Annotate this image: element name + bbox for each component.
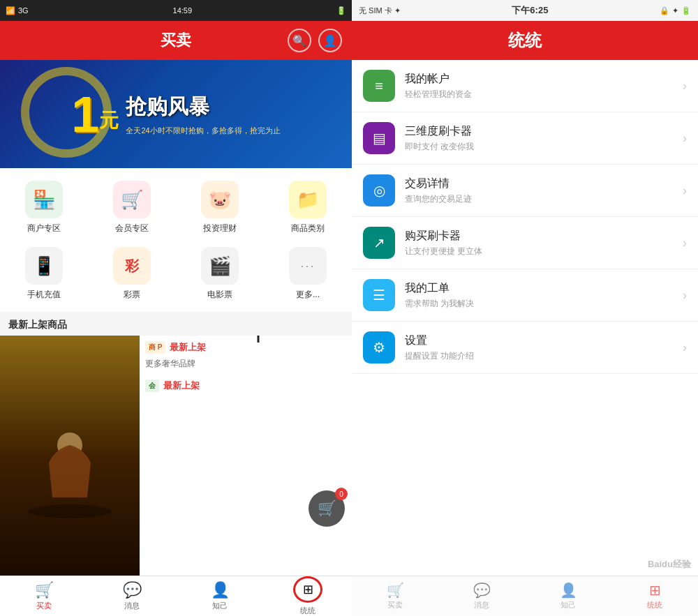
my-account-text: 我的帐户 轻松管理我的资金 xyxy=(405,72,683,100)
invest-icon-box: 🐷 xyxy=(201,181,239,218)
right-profile-nav-icon: 👤 xyxy=(560,582,577,599)
movie-icon-box: 🎬 xyxy=(201,247,239,285)
battery-icon-right: 🔋 xyxy=(681,6,691,15)
banner[interactable]: 1 元 抢购风暴 全天24小时不限时抢购，多抢多得，抢完为止 xyxy=(0,60,352,168)
nav-item-buy[interactable]: 🛒 买卖 xyxy=(0,576,88,616)
settings-text: 设置 提醒设置 功能介绍 xyxy=(405,333,683,362)
message-nav-icon: 💬 xyxy=(123,581,142,599)
product-sidebar: 商 P 最新上架 更多奢华品牌 会 最新上架 xyxy=(140,336,352,576)
right-nav-item-profile[interactable]: 👤 知己 xyxy=(525,576,611,616)
menu-item-card-reader-3d[interactable]: ▤ 三维度刷卡器 即时支付 改变你我 › xyxy=(352,112,698,165)
settings-icon-box: ⚙ xyxy=(363,331,395,363)
left-bottom-nav: 🛒 买卖 💬 消息 👤 知己 ⊞ 统统 xyxy=(0,576,352,616)
profile-icon: 👤 xyxy=(323,34,337,47)
right-message-nav-label: 消息 xyxy=(474,600,489,610)
network-icon: 📶 xyxy=(6,6,15,15)
buy-card-reader-icon-box: ↗ xyxy=(363,227,395,259)
settings-arrow: › xyxy=(683,340,687,355)
profile-button[interactable]: 👤 xyxy=(318,29,342,52)
nav-item-profile[interactable]: 👤 知己 xyxy=(176,576,264,616)
buy-card-reader-title: 购买刷卡器 xyxy=(405,229,683,243)
menu-item-my-workorder[interactable]: ☰ 我的工单 需求帮助 为我解决 › xyxy=(352,269,698,322)
transaction-detail-icon: ◎ xyxy=(373,182,385,199)
menu-item-settings[interactable]: ⚙ 设置 提醒设置 功能介绍 › xyxy=(352,322,698,374)
product-tag-1: 商 P 最新上架 xyxy=(145,341,346,354)
card-reader-3d-icon: ▤ xyxy=(373,130,386,147)
grid-item-more[interactable]: ··· 更多... xyxy=(264,240,352,306)
right-buy-nav-label: 买卖 xyxy=(387,600,403,610)
left-header-icons: 🔍 👤 xyxy=(288,29,342,52)
settings-icon: ⚙ xyxy=(373,339,385,356)
buy-card-reader-icon: ↗ xyxy=(373,234,385,251)
banner-title: 抢购风暴 xyxy=(126,93,209,121)
member-label: 会员专区 xyxy=(115,223,149,234)
profile-nav-icon: 👤 xyxy=(211,581,230,599)
search-button[interactable]: 🔍 xyxy=(288,29,311,52)
my-workorder-title: 我的工单 xyxy=(405,281,683,296)
right-all-nav-icon: ⊞ xyxy=(649,582,661,599)
my-account-icon-box: ≡ xyxy=(363,70,395,102)
buy-card-reader-arrow: › xyxy=(683,236,687,250)
search-icon: 🔍 xyxy=(292,34,306,47)
product-image xyxy=(0,336,140,576)
nav-item-all[interactable]: ⊞ 统统 xyxy=(264,576,352,616)
right-bottom-nav: 🛒 买卖 💬 消息 👤 知己 ⊞ 统统 xyxy=(352,576,698,616)
svg-point-0 xyxy=(28,504,112,518)
grid-item-movie[interactable]: 🎬 电影票 xyxy=(176,240,264,306)
all-nav-icon: ⊞ xyxy=(303,582,313,597)
right-status-left: 无 SIM 卡 ✦ xyxy=(359,6,401,16)
category-icon-box: 📁 xyxy=(289,181,327,218)
grid-item-phone[interactable]: 📱 手机充值 xyxy=(0,240,88,306)
grid-item-member[interactable]: 🛒 会员专区 xyxy=(88,174,176,240)
card-reader-3d-text: 三维度刷卡器 即时支付 改变你我 xyxy=(405,124,683,153)
grid-item-lottery[interactable]: 彩 彩票 xyxy=(88,240,176,306)
my-account-arrow: › xyxy=(683,79,687,93)
right-status-bar: 无 SIM 卡 ✦ 下午6:25 🔒 ✦ 🔋 xyxy=(352,0,698,21)
merchant-label: 商户专区 xyxy=(27,223,61,234)
my-workorder-subtitle: 需求帮助 为我解决 xyxy=(405,298,683,310)
grid-item-invest[interactable]: 🐷 投资理财 xyxy=(176,174,264,240)
left-panel: 📶 3G 14:59 🔋 买卖 🔍 👤 1 元 抢购风暴 xyxy=(0,0,352,616)
menu-item-my-account[interactable]: ≡ 我的帐户 轻松管理我的资金 › xyxy=(352,60,698,112)
my-workorder-text: 我的工单 需求帮助 为我解决 xyxy=(405,281,683,310)
section-header-text: 最新上架商品 xyxy=(8,319,67,330)
all-nav-label: 统统 xyxy=(300,606,315,616)
my-workorder-icon-box: ☰ xyxy=(363,279,395,311)
profile-nav-label: 知己 xyxy=(212,601,228,611)
phone-label: 手机充值 xyxy=(27,289,61,301)
grid-section: 🏪 商户专区 🛒 会员专区 🐷 投资理财 📁 商品类别 📱 手机充值 xyxy=(0,168,352,312)
card-reader-3d-subtitle: 即时支付 改变你我 xyxy=(405,141,683,153)
cart-button[interactable]: 🛒 0 xyxy=(309,490,345,527)
lottery-label: 彩票 xyxy=(124,289,140,301)
right-header-title: 统统 xyxy=(508,29,542,52)
right-all-nav-label: 统统 xyxy=(647,600,662,610)
menu-item-transaction-detail[interactable]: ◎ 交易详情 查询您的交易足迹 › xyxy=(352,165,698,217)
banner-subtitle: 全天24小时不限时抢购，多抢多得，抢完为止 xyxy=(126,126,280,136)
product-area: 商 P 最新上架 更多奢华品牌 会 最新上架 🛒 0 xyxy=(0,336,352,576)
nav-item-message[interactable]: 💬 消息 xyxy=(88,576,176,616)
grid-item-category[interactable]: 📁 商品类别 xyxy=(264,174,352,240)
cart-icon: 🛒 xyxy=(318,499,336,518)
product-desc-1: 更多奢华品牌 xyxy=(145,358,346,370)
message-nav-label: 消息 xyxy=(124,601,140,611)
movie-label: 电影票 xyxy=(207,289,232,301)
my-workorder-arrow: › xyxy=(683,288,687,303)
card-reader-3d-arrow: › xyxy=(683,131,687,146)
grid-item-merchant[interactable]: 🏪 商户专区 xyxy=(0,174,88,240)
category-label: 商品类别 xyxy=(291,223,325,234)
transaction-detail-text: 交易详情 查询您的交易足迹 xyxy=(405,176,683,205)
right-nav-item-all[interactable]: ⊞ 统统 xyxy=(611,576,698,616)
my-workorder-icon: ☰ xyxy=(373,287,385,303)
buy-card-reader-subtitle: 让支付更便捷 更立体 xyxy=(405,246,683,257)
banner-ring xyxy=(21,67,112,158)
right-status-icons: 🔒 ✦ 🔋 xyxy=(660,6,691,15)
settings-subtitle: 提醒设置 功能介绍 xyxy=(405,350,683,362)
right-nav-item-message[interactable]: 💬 消息 xyxy=(438,576,525,616)
invest-label: 投资理财 xyxy=(203,223,237,234)
right-status-time: 下午6:25 xyxy=(512,4,548,17)
menu-list: ≡ 我的帐户 轻松管理我的资金 › ▤ 三维度刷卡器 即时支付 改变你我 › ◎ xyxy=(352,60,698,576)
menu-item-buy-card-reader[interactable]: ↗ 购买刷卡器 让支付更便捷 更立体 › xyxy=(352,217,698,269)
my-account-icon: ≡ xyxy=(375,78,383,94)
phone-icon-box: 📱 xyxy=(25,247,63,285)
right-nav-item-buy[interactable]: 🛒 买卖 xyxy=(352,576,438,616)
